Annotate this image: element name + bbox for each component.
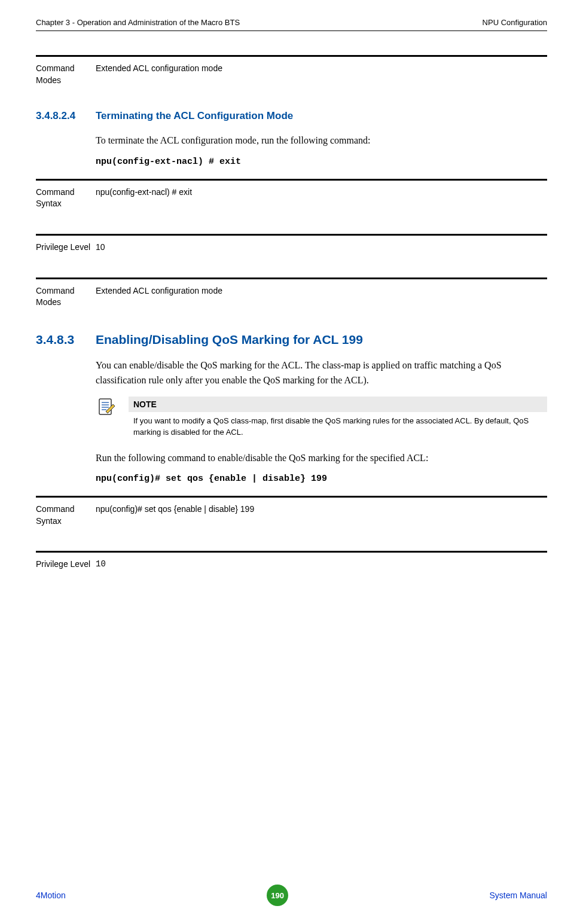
header-left: Chapter 3 - Operation and Administration… (36, 18, 240, 27)
def-label: Privilege Level (36, 242, 96, 254)
header-right: NPU Configuration (483, 18, 547, 27)
footer-left: 4Motion (36, 891, 66, 900)
section-heading-qos: 3.4.8.3 Enabling/Disabling QoS Marking f… (36, 333, 547, 347)
section-number: 3.4.8.2.4 (36, 110, 96, 122)
definition-command-syntax-2: Command Syntax npu(config)# set qos {ena… (36, 496, 547, 542)
definition-privilege-level-1: Privilege Level 10 (36, 234, 547, 269)
def-label: Privilege Level (36, 559, 96, 571)
note-content: NOTE If you want to modify a QoS class-m… (129, 397, 547, 438)
svg-rect-0 (99, 399, 111, 414)
body-paragraph: To terminate the ACL configuration mode,… (96, 133, 547, 148)
section-heading-terminating: 3.4.8.2.4 Terminating the ACL Configurat… (36, 110, 547, 122)
note-icon (96, 397, 129, 438)
section-title: Terminating the ACL Configuration Mode (96, 110, 547, 122)
definition-command-syntax-1: Command Syntax npu(config-ext-nacl) # ex… (36, 179, 547, 225)
def-label: Command Syntax (36, 187, 96, 210)
def-label: Command Modes (36, 63, 96, 86)
def-label: Command Syntax (36, 504, 96, 527)
definition-command-modes-1: Command Modes Extended ACL configuration… (36, 55, 547, 101)
def-value: 10 (96, 559, 547, 571)
code-line: npu(config-ext-nacl) # exit (96, 157, 547, 167)
note-text: If you want to modify a QoS class-map, f… (129, 416, 547, 438)
def-value: Extended ACL configuration mode (96, 63, 547, 86)
page-header: Chapter 3 - Operation and Administration… (36, 18, 547, 31)
page-footer: 4Motion 190 System Manual (36, 885, 547, 906)
body-paragraph: Run the following command to enable/disa… (96, 450, 547, 466)
def-value: npu(config-ext-nacl) # exit (96, 187, 547, 210)
def-label: Command Modes (36, 285, 96, 309)
page-number-badge: 190 (267, 885, 288, 906)
definition-command-modes-2: Command Modes Extended ACL configuration… (36, 277, 547, 324)
note-block: NOTE If you want to modify a QoS class-m… (96, 397, 547, 438)
def-value: 10 (96, 242, 547, 254)
def-value: Extended ACL configuration mode (96, 285, 547, 309)
note-header: NOTE (129, 397, 547, 412)
code-line: npu(config)# set qos {enable | disable} … (96, 474, 547, 484)
definition-privilege-level-2: Privilege Level 10 (36, 551, 547, 585)
def-value: npu(config)# set qos {enable | disable} … (96, 504, 547, 527)
footer-right: System Manual (490, 891, 547, 900)
section-number: 3.4.8.3 (36, 333, 96, 347)
body-paragraph: You can enable/disable the QoS marking f… (96, 358, 547, 388)
section-title: Enabling/Disabling QoS Marking for ACL 1… (96, 333, 547, 347)
